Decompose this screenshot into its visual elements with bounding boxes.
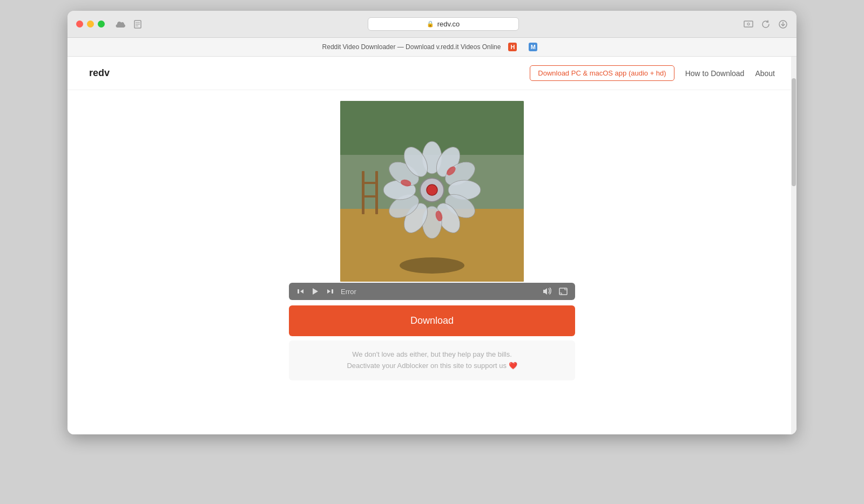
close-button[interactable]: [76, 21, 83, 28]
how-to-download-link[interactable]: How to Download: [685, 69, 745, 78]
m-bookmark-icon: M: [529, 43, 537, 51]
svg-rect-35: [559, 288, 567, 295]
main-content: Error: [68, 90, 796, 402]
play-button[interactable]: [312, 287, 319, 296]
bookmark-h[interactable]: H: [504, 41, 521, 53]
bookmarks-bar: Reddit Video Downloader — Download v.red…: [68, 38, 796, 57]
rewind-button[interactable]: [296, 287, 305, 296]
toolbar-left-icons: [116, 19, 143, 29]
lock-icon: 🔒: [427, 21, 434, 28]
svg-rect-34: [332, 289, 333, 294]
about-link[interactable]: About: [755, 69, 775, 78]
controls-right: [543, 288, 568, 295]
note-icon[interactable]: [133, 19, 143, 29]
minimize-button[interactable]: [87, 21, 94, 28]
svg-rect-33: [298, 289, 299, 294]
adblocker-notice: We don't love ads either, but they help …: [289, 340, 575, 380]
traffic-lights: [76, 21, 105, 28]
video-image: [340, 101, 524, 282]
adblocker-line2: Deactivate your Adblocker on this site t…: [298, 360, 566, 372]
svg-rect-14: [362, 195, 378, 197]
right-toolbar: [744, 19, 788, 29]
forward-button[interactable]: [326, 287, 334, 296]
address-bar[interactable]: 🔒 redv.co: [368, 17, 519, 31]
svg-rect-13: [362, 182, 378, 184]
video-thumbnail: [340, 101, 524, 282]
cloud-icon[interactable]: [116, 19, 125, 29]
browser-window: 🔒 redv.co: [68, 11, 796, 434]
video-status: Error: [341, 288, 536, 296]
h-bookmark-icon: H: [508, 43, 517, 51]
address-bar-area: 🔒 redv.co: [149, 17, 737, 31]
svg-rect-12: [375, 171, 378, 214]
svg-rect-4: [744, 21, 753, 27]
fullscreen-button[interactable]: [559, 288, 568, 295]
svg-point-16: [427, 185, 437, 195]
bookmark-m[interactable]: M: [524, 41, 542, 53]
volume-button[interactable]: [543, 288, 552, 295]
cast-icon[interactable]: [744, 19, 753, 29]
adblocker-line1: We don't love ads either, but they help …: [298, 349, 566, 360]
refresh-icon[interactable]: [761, 19, 771, 29]
titlebar: 🔒 redv.co: [68, 11, 796, 38]
scrollbar[interactable]: [791, 57, 796, 434]
tab-bar-subtitle: Reddit Video Downloader — Download v.red…: [322, 43, 501, 51]
site-logo: redv: [89, 67, 110, 79]
download-button[interactable]: Download: [289, 305, 575, 336]
svg-point-5: [747, 23, 750, 25]
maximize-button[interactable]: [98, 21, 105, 28]
video-controls-bar: Error: [289, 283, 575, 300]
page-content: redv Download PC & macOS app (audio + hd…: [68, 57, 796, 434]
svg-rect-11: [362, 171, 364, 214]
app-download-button[interactable]: Download PC & macOS app (audio + hd): [530, 65, 674, 81]
site-nav: redv Download PC & macOS app (audio + hd…: [68, 57, 796, 90]
nav-links: Download PC & macOS app (audio + hd) How…: [530, 65, 775, 81]
download-toolbar-icon[interactable]: [778, 19, 788, 29]
svg-point-32: [400, 257, 464, 274]
url-text: redv.co: [437, 20, 460, 28]
scrollbar-thumb[interactable]: [792, 78, 796, 186]
